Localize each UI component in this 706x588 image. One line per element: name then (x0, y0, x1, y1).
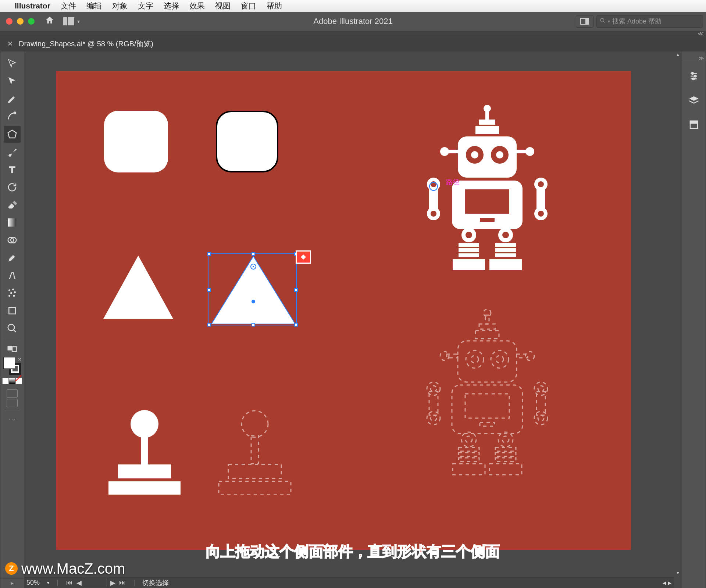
svg-point-4 (14, 96, 15, 97)
svg-rect-105 (495, 453, 516, 456)
edit-toolbar-icon[interactable]: ⋯ (4, 413, 21, 426)
svg-point-96 (538, 415, 544, 421)
triangle-shape[interactable] (103, 256, 173, 320)
selection-tool-icon[interactable] (4, 55, 21, 72)
menu-view[interactable]: 视图 (215, 1, 231, 11)
symbol-sprayer-tool-icon[interactable] (4, 285, 21, 302)
scroll-up-icon[interactable]: ▴ (677, 51, 679, 59)
draw-behind-icon[interactable] (7, 399, 18, 407)
fill-swatch[interactable] (3, 357, 15, 369)
artboard[interactable]: 路径 (56, 71, 631, 550)
type-tool-icon[interactable] (4, 161, 21, 178)
menu-file[interactable]: 文件 (61, 1, 76, 11)
menu-window[interactable]: 窗口 (241, 1, 256, 11)
expand-toolbar-icon[interactable]: ▸ (0, 578, 24, 587)
help-search-placeholder: 搜索 Adobe 帮助 (612, 17, 662, 26)
svg-point-113 (694, 75, 696, 77)
svg-point-92 (534, 382, 548, 395)
control-strip-collapsed[interactable] (0, 31, 706, 36)
menu-text[interactable]: 文字 (138, 1, 153, 11)
svg-point-76 (466, 350, 484, 368)
properties-panel-icon[interactable] (685, 68, 702, 85)
selection-switch-label[interactable]: 切换选择 (142, 578, 169, 587)
artboard-tool-icon[interactable] (4, 302, 21, 319)
workspace-switcher-icon[interactable] (576, 15, 593, 28)
tools-panel: ⤭ ⋯ ▸ (0, 51, 24, 588)
libraries-panel-icon[interactable] (685, 116, 702, 133)
document-tab-bar: ✕ Drawing_Shapes.ai* @ 58 % (RGB/预览) (0, 36, 706, 51)
scroll-left-icon[interactable]: ◂ (663, 579, 666, 587)
svg-rect-28 (108, 481, 181, 495)
help-search[interactable]: ▾ 搜索 Adobe 帮助 (596, 15, 703, 28)
prev-artboard-icon[interactable]: ◀ (75, 579, 83, 587)
svg-point-81 (440, 352, 449, 360)
svg-rect-108 (489, 464, 522, 475)
menu-help[interactable]: 帮助 (267, 1, 282, 11)
polygon-tool-icon[interactable] (4, 126, 21, 143)
robot-outline-shape[interactable] (406, 306, 568, 487)
draw-normal-icon[interactable] (7, 389, 18, 398)
svg-rect-66 (495, 243, 516, 247)
polygon-side-widget[interactable] (296, 250, 311, 264)
none-color-icon[interactable] (15, 378, 22, 384)
eyedropper-tool-icon[interactable] (4, 249, 21, 266)
scroll-down-icon[interactable]: ▾ (677, 570, 679, 577)
eraser-tool-icon[interactable] (4, 196, 21, 213)
svg-point-19 (8, 324, 15, 331)
curvature-tool-icon[interactable] (4, 108, 21, 125)
rotate-tool-icon[interactable] (4, 179, 21, 196)
chevron-down-icon[interactable]: ▾ (47, 580, 49, 585)
chevron-down-icon[interactable]: ▾ (77, 18, 80, 24)
fill-stroke-indicator[interactable]: ⤭ (3, 357, 21, 375)
svg-rect-35 (479, 120, 495, 125)
app-menu[interactable]: Illustrator (15, 1, 50, 10)
fill-stroke-swap-icon[interactable] (4, 343, 21, 354)
blend-tool-icon[interactable] (4, 267, 21, 284)
vertical-scrollbar[interactable]: ▴ ▾ (674, 51, 682, 577)
paintbrush-tool-icon[interactable] (4, 143, 21, 160)
arrange-documents-icon[interactable] (63, 17, 74, 25)
menu-effect[interactable]: 效果 (189, 1, 205, 11)
maximize-window[interactable] (28, 18, 35, 25)
joystick-outline-shape[interactable] (212, 409, 297, 496)
menu-select[interactable]: 选择 (164, 1, 179, 11)
artboard-number-input[interactable] (85, 579, 107, 586)
svg-rect-102 (459, 453, 479, 456)
direct-selection-tool-icon[interactable] (4, 73, 21, 90)
rounded-rect-outlined-shape[interactable] (216, 111, 278, 172)
menu-edit[interactable]: 编辑 (86, 1, 102, 11)
minimize-window[interactable] (17, 18, 24, 25)
center-anchor[interactable] (252, 300, 255, 303)
svg-point-93 (538, 386, 544, 392)
first-artboard-icon[interactable]: ⏮ (66, 579, 73, 587)
svg-point-41 (496, 151, 503, 158)
scroll-right-icon[interactable]: ▸ (668, 579, 671, 587)
solid-color-icon[interactable] (2, 378, 9, 384)
zoom-tool-icon[interactable] (4, 320, 21, 337)
live-corner-widget[interactable] (250, 264, 256, 270)
home-icon[interactable] (45, 15, 54, 28)
shape-builder-tool-icon[interactable] (4, 232, 21, 249)
robot-shape[interactable] (406, 102, 568, 282)
document-tab[interactable]: Drawing_Shapes.ai* @ 58 % (RGB/预览) (19, 39, 153, 49)
selection-bounding-box[interactable] (208, 253, 297, 325)
pen-tool-icon[interactable] (4, 90, 21, 107)
canvas-area[interactable]: 路径 (24, 51, 682, 588)
swap-icon[interactable]: ⤭ (18, 357, 21, 362)
artboard-nav: ⏮ ◀ ▶ ⏭ (66, 579, 126, 587)
last-artboard-icon[interactable]: ⏭ (119, 579, 126, 587)
next-artboard-icon[interactable]: ▶ (109, 579, 117, 587)
close-tab-icon[interactable]: ✕ (7, 40, 13, 48)
menu-object[interactable]: 对象 (112, 1, 128, 11)
svg-rect-106 (495, 458, 516, 462)
zoom-level[interactable]: 50% (26, 579, 40, 587)
collapse-arrow-icon[interactable]: ≫ (682, 58, 706, 60)
joystick-shape[interactable] (102, 409, 187, 496)
gradient-color-icon[interactable] (9, 378, 15, 384)
gradient-tool-icon[interactable] (4, 214, 21, 231)
layers-panel-icon[interactable] (685, 92, 702, 109)
tool-divider (5, 340, 19, 340)
svg-point-100 (502, 436, 509, 443)
close-window[interactable] (6, 18, 13, 25)
rounded-rect-shape[interactable] (104, 111, 168, 172)
